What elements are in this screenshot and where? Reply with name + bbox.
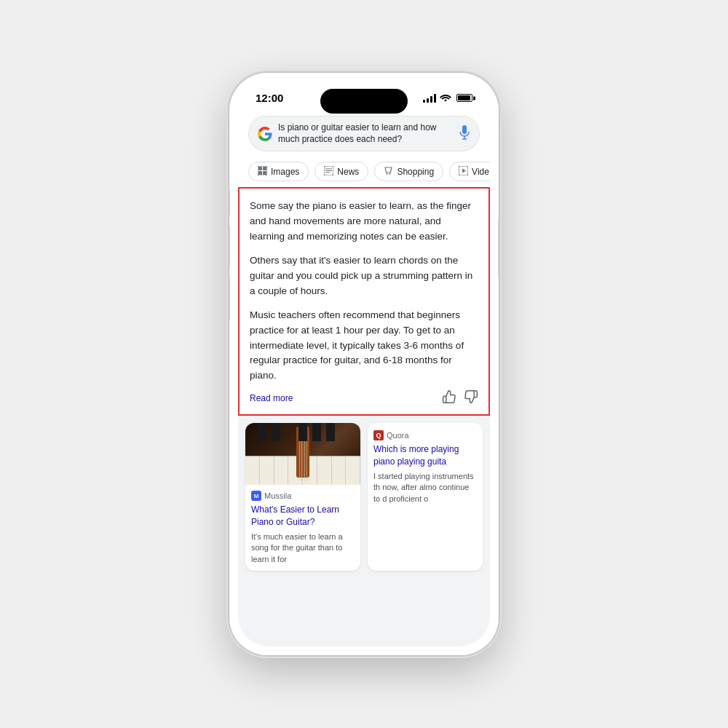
ai-answer-footer: Read more — [250, 389, 478, 407]
ai-paragraph-1: Some say the piano is easier to learn, a… — [250, 199, 478, 245]
ai-answer-box: Some say the piano is easier to learn, a… — [238, 187, 490, 416]
mussila-card-body: M Mussila What's Easier to Learn Piano o… — [245, 485, 360, 571]
thumbs-up-icon[interactable] — [442, 389, 456, 407]
phone-screen: 12:00 — [238, 82, 490, 646]
videos-tab-label: Vide... — [472, 167, 490, 177]
quora-favicon: Q — [373, 430, 384, 440]
mussila-result-card[interactable]: M Mussila What's Easier to Learn Piano o… — [245, 423, 360, 571]
ai-paragraph-2: Others say that it's easier to learn cho… — [250, 253, 478, 299]
silent-switch — [229, 189, 230, 215]
mussila-favicon: M — [251, 491, 261, 501]
battery-icon — [456, 94, 472, 102]
thumbs-down-icon[interactable] — [464, 389, 478, 407]
tab-news[interactable]: News — [314, 162, 368, 181]
svg-rect-6 — [263, 167, 266, 170]
tab-shopping[interactable]: Shopping — [374, 162, 443, 181]
quora-result-snippet: I started playing instruments th now, af… — [373, 471, 477, 505]
mussila-result-title: What's Easier to Learn Piano or Guitar? — [251, 504, 355, 529]
mic-icon[interactable] — [459, 125, 470, 143]
search-query-text: Is piano or guitar easier to learn and h… — [278, 122, 453, 145]
mussila-source: M Mussila — [251, 491, 355, 501]
ai-paragraph-3: Music teachers often recommend that begi… — [250, 308, 478, 384]
search-bar[interactable]: Is piano or guitar easier to learn and h… — [248, 116, 480, 151]
quora-result-title: Which is more playing piano playing guit… — [373, 443, 477, 468]
quora-source-name: Quora — [387, 431, 409, 440]
svg-marker-16 — [462, 169, 466, 173]
svg-rect-7 — [258, 171, 262, 175]
tab-images[interactable]: Images — [248, 162, 309, 181]
quora-result-card[interactable]: Q Quora Which is more playing piano play… — [368, 423, 483, 571]
read-more-link[interactable]: Read more — [250, 393, 293, 403]
power-button[interactable] — [498, 218, 499, 277]
quora-source: Q Quora — [373, 430, 477, 440]
svg-rect-8 — [263, 171, 266, 175]
shopping-tab-icon — [384, 166, 393, 177]
svg-point-13 — [387, 173, 388, 175]
svg-rect-5 — [258, 167, 262, 170]
main-content: Some say the piano is easier to learn, a… — [238, 187, 490, 646]
images-tab-icon — [258, 166, 267, 177]
google-logo — [258, 127, 272, 141]
wifi-icon — [440, 92, 451, 103]
status-time: 12:00 — [256, 92, 283, 104]
mussila-source-name: Mussila — [264, 491, 291, 500]
phone-frame: 12:00 — [229, 73, 499, 655]
search-bar-container: Is piano or guitar easier to learn and h… — [238, 110, 490, 157]
quora-card-body: Q Quora Which is more playing piano play… — [368, 423, 483, 510]
svg-rect-1 — [462, 125, 467, 134]
filter-tabs: Images News — [238, 157, 490, 187]
news-tab-label: News — [337, 167, 359, 177]
piano-guitar-image — [245, 423, 360, 485]
signal-icon — [423, 94, 436, 103]
svg-point-14 — [389, 173, 391, 175]
shopping-tab-label: Shopping — [397, 167, 434, 177]
volume-up-button[interactable] — [229, 226, 230, 269]
news-tab-icon — [324, 166, 333, 177]
feedback-icons — [442, 389, 478, 407]
images-tab-label: Images — [271, 167, 299, 177]
results-row: M Mussila What's Easier to Learn Piano o… — [238, 416, 490, 578]
videos-tab-icon — [459, 166, 468, 177]
volume-down-button[interactable] — [229, 277, 230, 320]
mussila-result-snippet: It's much easier to learn a song for the… — [251, 531, 355, 565]
dynamic-island — [320, 89, 408, 114]
status-icons — [423, 92, 472, 103]
tab-videos[interactable]: Vide... — [449, 162, 490, 181]
